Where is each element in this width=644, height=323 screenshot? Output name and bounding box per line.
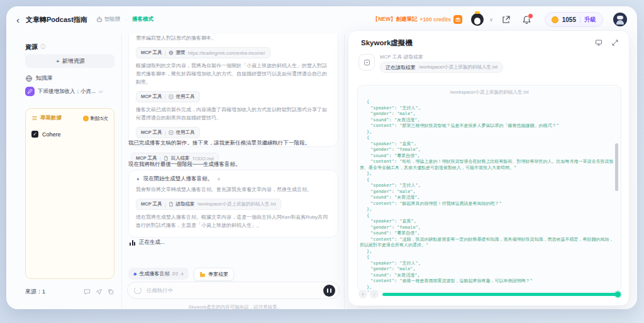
project-files-chip[interactable]: 專案檔案: [194, 268, 234, 281]
code-line: "content": "最後一種是善用閒置資源型，這聽起來很有趣，可以舉例說明嗎…: [360, 278, 614, 285]
progress-bar[interactable]: [382, 293, 618, 296]
code-line: "sound": "專業自信",: [360, 153, 614, 160]
code-line: },: [360, 171, 614, 177]
code-line: "speaker": "嘉賓",: [360, 141, 614, 148]
knowledge-item[interactable]: 下班後增加收入：小資... ↵: [25, 87, 114, 96]
vm-file-path: /workspace/小資上班族的斜槓人生.txt: [419, 64, 497, 70]
assistant-message-text: 我會幫你將文章轉成雙人播客音頻。首先讓我先查看文章內容，然後生成音頻。: [136, 185, 331, 194]
file-content: {"speaker": "主持人","gender": "male","soun…: [360, 99, 614, 292]
code-line: "speaker": "主持人",: [360, 183, 614, 189]
assistant-message-text: 現在我將執行最後一個階段——生成播客音頻。: [128, 160, 336, 168]
resources-title: 資源ⓘ: [25, 43, 46, 52]
code-line: "gender": "female",: [360, 147, 614, 153]
pro-data-item-label: Cohere: [42, 131, 61, 138]
audio-wave-icon: [130, 240, 135, 246]
knowledge-base-row[interactable]: 知識庫: [25, 74, 53, 82]
step-count: 2/2: [172, 271, 178, 276]
vm-title: Skywork虛擬機: [361, 38, 413, 48]
gift-icon: [453, 15, 462, 24]
playback-scrubber: ‹ ›: [348, 290, 629, 298]
loading-spinner-icon: [134, 287, 142, 294]
pause-button[interactable]: [323, 285, 335, 297]
code-line: },: [360, 207, 614, 213]
sidebar-divider: [121, 34, 122, 309]
comment-icon[interactable]: [84, 288, 91, 295]
share-icon[interactable]: [501, 15, 511, 25]
remaining-badge: 剩餘5次: [83, 115, 108, 122]
copy-icon[interactable]: [108, 288, 114, 295]
knowledge-item-label: 下班後增加收入：小資...: [38, 88, 96, 96]
code-line: {: [360, 177, 614, 183]
progress-knob[interactable]: [615, 292, 621, 297]
code-line: {: [360, 99, 614, 106]
promo-text: 【NEW】創建筆記: [373, 16, 418, 23]
mcp-tool-chip[interactable]: MCP 工具|使用工具: [136, 91, 200, 102]
task-input[interactable]: [145, 287, 319, 294]
code-line: "gender": "female",: [360, 225, 614, 231]
return-icon: ↵: [99, 89, 103, 95]
monitor-icon[interactable]: [595, 39, 602, 47]
assistant-message-text: 現在我將生成雙人播客音頻。根據文章內容，這是一個由主持人阿Ken和嘉賓Ruby共…: [136, 213, 331, 229]
code-line: {: [360, 135, 614, 141]
assistant-message-text: 我會幫你製作關於增加收入方式的播客文稿。首先我需要了解文章內容，然後根據你的需求…: [136, 34, 331, 42]
sparkle-icon: ✦: [136, 177, 140, 182]
code-line: "sound": "專業自信",: [360, 231, 614, 237]
viewer-scrollbar[interactable]: [615, 143, 618, 191]
step-back-button[interactable]: ‹: [358, 290, 367, 298]
assistant-avatar[interactable]: [471, 13, 484, 26]
checkbox-checked[interactable]: ✓: [31, 131, 38, 138]
source-count-label: 來源：1: [25, 288, 45, 296]
code-line: {: [360, 213, 614, 219]
footer-chips: ◆ 生成播客音頻 2/2 ∧ 專案檔案: [128, 268, 234, 281]
resources-sidebar: 資源ⓘ ＋ 新增資源 知識庫 下班後增加收入：小資... ↵ 專業數據 剩餘5次…: [25, 34, 114, 309]
section-header[interactable]: ✦ 現在開始生成雙人播客音頻。 ∧: [136, 175, 331, 183]
agent-badge-label: 智能體: [104, 16, 121, 23]
create-note-promo[interactable]: 【NEW】創建筆記 +100 credits: [373, 15, 462, 24]
code-line: },: [360, 249, 614, 255]
generate-audio-chip[interactable]: ◆ 生成播客音頻 2/2 ∧: [128, 268, 189, 280]
credits-pill[interactable]: 1055 升級: [545, 12, 603, 27]
code-line: "sound": "友善活潑",: [360, 273, 614, 279]
back-button[interactable]: ‹: [16, 15, 19, 25]
collapse-icon: ∧: [217, 177, 220, 182]
info-icon[interactable]: ⓘ: [40, 43, 46, 51]
upgrade-button[interactable]: 升級: [584, 16, 596, 24]
coin-icon: [552, 16, 558, 23]
expand-icon[interactable]: [611, 39, 619, 47]
send-icon[interactable]: [96, 288, 103, 295]
code-line: "speaker": "嘉賓",: [360, 219, 614, 225]
code-line: "gender": "male",: [360, 111, 614, 118]
agent-badge[interactable]: 智能體: [96, 16, 121, 23]
assistant-message-text: 我已完成播客文稿的製作。接下來，讓我更新任務清單並繼續執行下一階段。: [128, 138, 336, 147]
app-window: ‹ 文章轉Podcast指南 智能體 · 播客模式 【NEW】創建筆記 +100…: [6, 6, 637, 309]
promo-bonus: +100 credits: [420, 16, 451, 23]
pro-data-title: 專業數據: [40, 114, 80, 122]
assistant-message-text: 根據擷取到的文章內容，我將為你製作一個關於「小資上班族的斜槓人生」的雙人對話形式…: [136, 62, 331, 86]
note-icon: [25, 87, 35, 96]
robot-icon: [96, 16, 103, 23]
code-line: "speaker": "主持人",: [360, 106, 614, 112]
credits-count: 1055: [562, 16, 576, 23]
step-forward-button[interactable]: ›: [370, 290, 379, 298]
add-resource-button[interactable]: ＋ 新增資源: [25, 54, 114, 68]
code-line: "speaker": "主持人",: [360, 261, 614, 267]
mcp-tool-chip[interactable]: MCP 工具|讀取檔案/workspace/小資上班族的斜槓人生.txt: [136, 199, 281, 210]
code-line: "sound": "友善活潑",: [360, 195, 614, 201]
notifications-bell-icon[interactable]: [522, 15, 531, 25]
folder-icon: [199, 271, 206, 278]
mcp-tool-chip[interactable]: MCP 工具|使用工具: [136, 127, 200, 138]
code-line: "content": "那第三種理財投資型呢？這是不是很多人夢寐以求的「睡覺也能…: [360, 123, 614, 129]
chevron-up-icon: ∧: [180, 271, 184, 276]
code-line: "content": "聽起來真的很理想！但我猜這應該是有風險的吧？": [360, 201, 614, 207]
code-line: "sound": "友善活潑",: [360, 118, 614, 124]
generating-status: 正在生成...: [130, 239, 165, 246]
mcp-tool-chip[interactable]: MCP 工具|瀏覽https://leadingmrk.com/extra-in…: [136, 47, 270, 58]
task-input-bar[interactable]: [127, 282, 340, 299]
code-line: "content": "沒錯，投資的缺點是需要有一定的財務基礎和知識，需具備理財…: [360, 237, 614, 249]
page-title: 文章轉Podcast指南: [26, 15, 87, 25]
podcast-mode-badge[interactable]: 播客模式: [132, 16, 153, 23]
message-group-earlier: 我會幫你製作關於增加收入方式的播客文稿。首先我需要了解文章內容，然後根據你的需求…: [128, 34, 338, 147]
code-line: {: [360, 255, 614, 261]
user-avatar[interactable]: [613, 13, 627, 26]
code-line: },: [360, 129, 614, 136]
